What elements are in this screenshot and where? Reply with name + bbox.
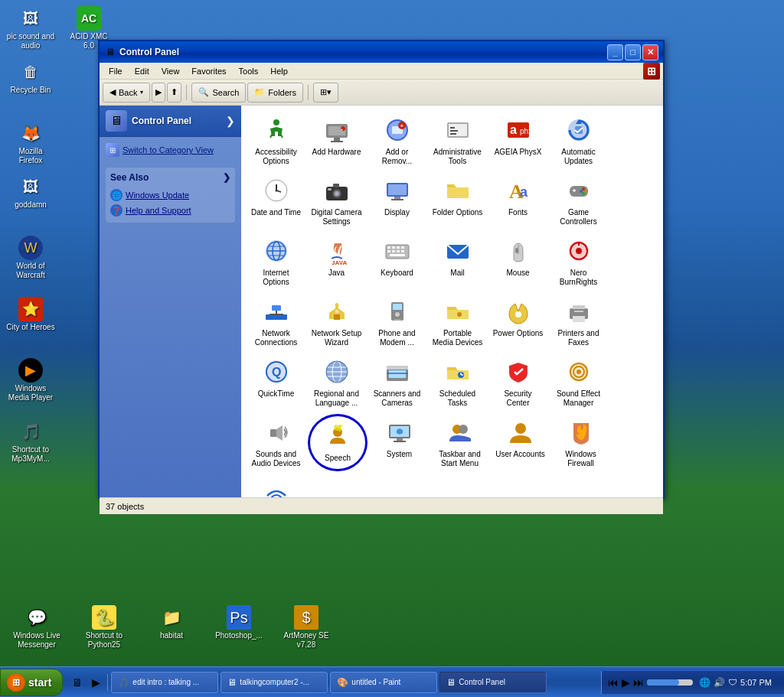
svg-point-72 (576, 248, 582, 254)
cp-icon-date-time[interactable]: Date and Time (247, 172, 305, 230)
taskbar-task-talking[interactable]: 🖥 talkingcomputer2 -... (220, 672, 328, 693)
cp-icon-auto-updates[interactable]: Automatic Updates (550, 112, 607, 169)
desktop-icon-goddamn[interactable]: 🖼 goddamn (3, 171, 58, 213)
see-also-expand-icon: ❯ (223, 172, 230, 183)
back-button[interactable]: ◀ Back ▾ (103, 83, 150, 103)
start-button[interactable]: ⊞ start (0, 669, 63, 696)
menu-file[interactable]: File (103, 65, 129, 77)
cp-icon-taskbar-menu[interactable]: Taskbar and Start Menu (431, 414, 488, 471)
ql-icon-desktop[interactable]: 🖥 (69, 674, 86, 691)
desktop-icon-artmoney[interactable]: $ ArtMoney SE v7.28 (279, 602, 334, 653)
svg-point-123 (459, 425, 468, 434)
cp-icon-sounds-audio[interactable]: Sounds and Audio Devices (247, 414, 305, 471)
desktop-icon-photoshop-bt[interactable]: Ps Photoshop_... (211, 602, 266, 653)
desktop-icon-shortcut-mp3[interactable]: 🎵 Shortcut to Mp3MyM... (3, 416, 58, 467)
cp-icon-security[interactable]: Security Center (489, 353, 547, 411)
taskbar-task-controlpanel[interactable]: 🖥 Control Panel (439, 672, 547, 693)
svg-point-88 (457, 312, 462, 317)
cp-icon-system[interactable]: System (371, 414, 428, 471)
icons-grid: Accessibility Options + Add Hardware + A… (247, 112, 657, 497)
desktop-icon-habitat[interactable]: 📁 habitat (144, 602, 199, 653)
cp-icon-network-setup[interactable]: Network Setup Wizard (308, 293, 365, 350)
tray-icon-media[interactable]: ⏮ (608, 676, 619, 689)
cp-icon-accessibility[interactable]: Accessibility Options (247, 112, 305, 169)
desktop-icon-wow[interactable]: W World of Warcraft (3, 233, 58, 283)
cp-icon-regional[interactable]: Regional and Language ... (308, 353, 365, 411)
cp-icon-scheduled[interactable]: Scheduled Tasks (429, 353, 486, 411)
taskbar: ⊞ start 🖥 ▶ 🎵 edit intro : talking ... 🖥… (0, 666, 784, 697)
windows-update-link[interactable]: 🌐 Windows Update (110, 187, 230, 203)
desktop-icon-coh[interactable]: ⭐ City of Heroes (3, 294, 58, 335)
cp-icon-display[interactable]: Display (368, 172, 426, 230)
cp-icon-digital-camera[interactable]: Digital Camera Settings (308, 172, 365, 230)
cp-icon-folder-options[interactable]: Folder Options (429, 172, 486, 230)
cp-icon-power[interactable]: Power Options (489, 293, 547, 350)
tray-icon-play[interactable]: ▶ (622, 676, 630, 689)
desktop-icon-pic-sound[interactable]: 🖼 pic sound and audio (3, 3, 58, 54)
cp-icon-user-accounts[interactable]: User Accounts (492, 414, 549, 471)
regional-icon (322, 357, 352, 387)
cp-icon-mouse[interactable]: Mouse (489, 233, 547, 290)
cp-icon-keyboard[interactable]: Keyboard (368, 233, 426, 290)
maximize-button[interactable]: □ (625, 44, 641, 60)
back-dropdown-icon: ▾ (140, 89, 143, 96)
cp-icon-printers[interactable]: Printers and Faxes (550, 293, 607, 350)
desktop-icon-mozilla[interactable]: 🦊 Mozilla Firefox (3, 118, 58, 168)
cp-icon-phone-modem[interactable]: Phone and Modem ... (368, 293, 426, 350)
cp-icon-java[interactable]: JAVA Java (308, 233, 365, 290)
tray-icon-next[interactable]: ⏭ (633, 676, 644, 689)
menu-tools[interactable]: Tools (233, 65, 265, 77)
sidebar-expand-button[interactable]: ❯ (226, 115, 235, 127)
search-button[interactable]: 🔍 Search (191, 83, 246, 103)
svg-rect-82 (335, 310, 338, 313)
volume-slider[interactable] (647, 679, 693, 686)
desktop-icon-wmp[interactable]: ▶ Windows Media Player (3, 355, 58, 405)
cp-icon-wireless[interactable]: Wireless Network... (247, 474, 305, 497)
svg-rect-76 (279, 314, 287, 320)
folders-button[interactable]: 📁 Folders (247, 83, 303, 103)
up-button[interactable]: ⬆ (167, 83, 181, 103)
svg-rect-64 (397, 250, 400, 252)
cp-icon-sound-effect[interactable]: Sound Effect Manager (550, 353, 607, 411)
minimize-button[interactable]: _ (607, 44, 623, 60)
menu-favorites[interactable]: Favorites (185, 65, 232, 77)
cp-label-sounds-audio: Sounds and Audio Devices (250, 450, 302, 468)
cp-label-game-controllers: Game Controllers (553, 208, 604, 226)
cp-icon-scanners[interactable]: Scanners and Cameras (368, 353, 426, 411)
cp-icon-fonts[interactable]: Aa Fonts (489, 172, 547, 230)
taskbar-tray: ⏮ ▶ ⏭ 🌐 🔊 🛡 5:07 PM (601, 671, 784, 694)
cp-icon-add-hardware[interactable]: + Add Hardware (308, 112, 365, 169)
content-area[interactable]: Accessibility Options + Add Hardware + A… (241, 106, 663, 497)
cp-icon-portable-media[interactable]: Portable Media Devices (429, 293, 486, 350)
menu-help[interactable]: Help (264, 65, 294, 77)
cp-icon-game-controllers[interactable]: Game Controllers (550, 172, 607, 230)
taskbar-task-paint[interactable]: 🎨 untitled - Paint (330, 672, 437, 693)
cp-icon-speech[interactable]: Speech (308, 414, 368, 471)
views-button[interactable]: ⊞▾ (313, 83, 338, 103)
scanners-icon (382, 357, 413, 387)
cp-icon-internet-options[interactable]: Internet Options (247, 233, 305, 290)
close-button[interactable]: ✕ (642, 44, 658, 60)
cp-icon-nero[interactable]: Nero BurnRights (550, 233, 607, 290)
switch-view-button[interactable]: ⊞ Switch to Category View (100, 137, 241, 163)
cp-icon-mail[interactable]: Mail (429, 233, 486, 290)
forward-button[interactable]: ▶ (152, 83, 165, 103)
cp-label-folder-options: Folder Options (433, 208, 483, 217)
svg-rect-86 (394, 319, 401, 321)
menu-edit[interactable]: Edit (129, 65, 155, 77)
cp-icon-admin-tools[interactable]: Administrative Tools (429, 112, 486, 169)
ageia-icon: aphx (503, 115, 534, 145)
mail-icon (443, 236, 473, 266)
desktop-icon-wlm[interactable]: 💬 Windows Live Messenger (9, 602, 64, 653)
help-support-link[interactable]: ❓ Help and Support (110, 203, 230, 218)
taskbar-task-edit[interactable]: 🎵 edit intro : talking ... (111, 672, 218, 693)
cp-icon-ageia[interactable]: aphx AGEIA PhysX (489, 112, 547, 169)
desktop-icon-python[interactable]: 🐍 Shortcut to Python25 (77, 602, 132, 653)
desktop-icon-recycle[interactable]: 🗑 Recycle Bin (3, 57, 58, 98)
cp-icon-network-conn[interactable]: Network Connections (247, 293, 305, 350)
cp-icon-quicktime[interactable]: Q QuickTime (247, 353, 305, 411)
menu-view[interactable]: View (155, 65, 186, 77)
ql-icon-media[interactable]: ▶ (87, 674, 104, 691)
cp-icon-firewall[interactable]: Windows Firewall (552, 414, 609, 471)
cp-icon-add-remove[interactable]: + Add or Remov... (368, 112, 426, 169)
